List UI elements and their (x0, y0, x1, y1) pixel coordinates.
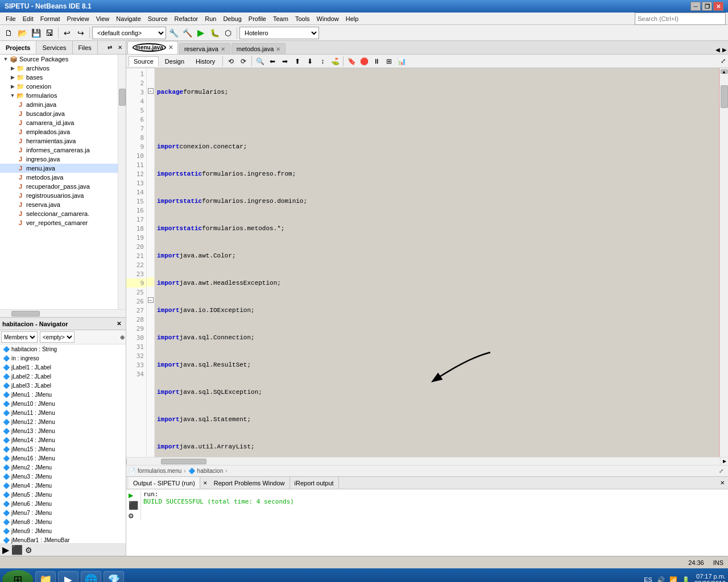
tree-hscrollbar[interactable] (0, 309, 126, 317)
tree-file-recuperador[interactable]: Jrecuperador_pass.java (0, 182, 118, 191)
nav-item-jmenubar1[interactable]: 🔷jMenuBar1 : JMenuBar (0, 535, 126, 543)
tree-file-menu[interactable]: Jmenu.java (0, 164, 118, 173)
menu-source[interactable]: Source (144, 14, 171, 23)
properties-button[interactable]: 🔧 (167, 27, 180, 39)
scrollbar-thumb[interactable] (721, 85, 728, 108)
nav-item-jmenu3[interactable]: 🔷jMenu3 : JMenu (0, 472, 126, 481)
minimize-button[interactable]: ─ (690, 2, 701, 11)
output-stop-btn[interactable]: ⬛ (129, 501, 138, 510)
nav-item-habitacion[interactable]: 🔷habitacion : String (0, 344, 126, 354)
debug-button[interactable]: 🐛 (208, 27, 221, 39)
tab-ireport[interactable]: iReport output (290, 477, 339, 489)
tree-file-seleccionar[interactable]: Jseleccionar_camarera. (0, 209, 118, 218)
editor-toolbar-expand[interactable]: ⤢ (721, 57, 726, 65)
tree-file-admin[interactable]: Jadmin.java (0, 100, 118, 109)
nav-stop-icon[interactable]: ⬛ (11, 544, 23, 555)
start-button[interactable]: ⊞ (2, 570, 33, 582)
taskbar-media-btn[interactable]: ▶ (58, 571, 78, 582)
editor-toolbar-btn-7[interactable]: ⬇ (304, 56, 316, 67)
nav-item-jmenu2[interactable]: 🔷jMenu2 : JMenu (0, 463, 126, 472)
nav-item-jmenu8[interactable]: 🔷jMenu8 : JMenu (0, 517, 126, 526)
breadcrumb-habitacion[interactable]: habitacion (197, 468, 224, 474)
nav-item-jlabel3[interactable]: 🔷jLabel3 : JLabel (0, 381, 126, 390)
nav-item-jmenu4[interactable]: 🔷jMenu4 : JMenu (0, 481, 126, 490)
tree-file-informes[interactable]: Jinformes_camareras.ja (0, 146, 118, 155)
editor-toolbar-btn-9[interactable]: ⛳ (329, 56, 341, 67)
tab-metodos-java[interactable]: metodos.java ✕ (231, 43, 286, 54)
tree-source-packages[interactable]: ▼ 📦 Source Packages (0, 55, 118, 64)
tab-close-metodos[interactable]: ✕ (276, 46, 280, 52)
source-tab-history[interactable]: History (191, 56, 220, 66)
tree-file-camarera[interactable]: Jcamarera_id.java (0, 118, 118, 127)
config-dropdown[interactable]: <default config> (92, 27, 166, 39)
tree-folder-conexion[interactable]: ▶ 📁 conexion (0, 82, 118, 91)
tab-reserva-java[interactable]: reserva.java ✕ (179, 43, 230, 54)
editor-toolbar-btn-3[interactable]: 🔍 (254, 56, 266, 67)
nav-icon-btn-1[interactable]: ⊕ (120, 334, 125, 340)
menu-profile[interactable]: Profile (245, 14, 270, 23)
fold-26[interactable]: − (147, 296, 154, 305)
tree-folder-bases[interactable]: ▶ 📁 bases (0, 73, 118, 82)
menu-edit[interactable]: Edit (19, 14, 37, 23)
restore-button[interactable]: ❐ (702, 2, 712, 11)
output-tab-close[interactable]: ✕ (201, 479, 209, 487)
menu-tools[interactable]: Tools (292, 14, 313, 23)
tree-file-empleados[interactable]: Jempleados.java (0, 127, 118, 136)
nav-item-jmenu16[interactable]: 🔷jMenu16 : JMenu (0, 454, 126, 463)
bottom-panel-close-btn[interactable]: ✕ (719, 479, 728, 488)
output-run-btn[interactable]: ▶ (129, 490, 138, 500)
open-button[interactable]: 📂 (16, 27, 28, 39)
nav-close-button[interactable]: ✕ (114, 319, 123, 329)
menu-help[interactable]: Help (342, 14, 362, 23)
tree-folder-archivos[interactable]: ▶ 📁 archivos (0, 64, 118, 73)
breadcrumb-expand-btn[interactable]: ⤢ (717, 467, 726, 475)
nav-build-icon[interactable]: ⚙ (25, 546, 32, 555)
tree-file-ingreso[interactable]: Jingreso.java (0, 155, 118, 164)
nav-item-jlabel2[interactable]: 🔷jLabel2 : JLabel (0, 372, 126, 381)
menu-preview[interactable]: Preview (64, 14, 93, 23)
editor-toolbar-btn-6[interactable]: ⬆ (292, 56, 303, 67)
editor-toolbar-btn-8[interactable]: ↕ (317, 56, 328, 67)
tree-file-reserva[interactable]: Jreserva.java (0, 200, 118, 209)
back-button[interactable]: ↩ (61, 27, 73, 39)
run-button[interactable]: ▶ (195, 27, 207, 39)
tab-close-reserva[interactable]: ✕ (221, 46, 225, 52)
nav-item-jmenu13[interactable]: 🔷jMenu13 : JMenu (0, 426, 126, 435)
menu-file[interactable]: File (2, 14, 19, 23)
taskbar-app-btn[interactable]: 💎 (104, 571, 124, 582)
menu-debug[interactable]: Debug (220, 14, 245, 23)
tab-arrow-left[interactable]: ◀ (714, 45, 721, 54)
tree-file-registros[interactable]: Jregistrousuarios.java (0, 191, 118, 200)
nav-item-jmenu1[interactable]: 🔷jMenu1 : JMenu (0, 390, 126, 399)
nav-item-jmenu11[interactable]: 🔷jMenu11 : JMenu (0, 408, 126, 417)
close-button[interactable]: ✕ (713, 2, 723, 11)
tab-files[interactable]: Files (73, 41, 98, 54)
editor-toolbar-btn-4[interactable]: ⬅ (267, 56, 278, 67)
build-button[interactable]: 🔨 (181, 27, 193, 39)
menu-view[interactable]: View (93, 14, 113, 23)
editor-toolbar-grid[interactable]: ⊞ (383, 56, 395, 67)
editor-hscrollbar[interactable]: ▶ (126, 457, 728, 465)
tree-file-metodos[interactable]: Jmetodos.java (0, 173, 118, 182)
editor-bookmark-btn[interactable]: 🔖 (346, 56, 357, 67)
nav-item-jmenu10[interactable]: 🔷jMenu10 : JMenu (0, 399, 126, 408)
editor-scrollbar-v[interactable]: ▲ (719, 68, 728, 457)
nav-item-jmenu7[interactable]: 🔷jMenu7 : JMenu (0, 508, 126, 517)
project-dropdown[interactable]: Hotelero (239, 27, 319, 39)
taskbar-browser-btn[interactable]: 🌐 (81, 571, 101, 582)
menu-team[interactable]: Team (270, 14, 292, 23)
tab-projects[interactable]: Projects (0, 41, 36, 54)
nav-empty-dropdown[interactable]: <empty> (40, 331, 75, 343)
panel-sync-button[interactable]: ⇄ (105, 43, 114, 52)
tree-scrollbar[interactable] (118, 55, 126, 309)
editor-toolbar-btn-1[interactable]: ⟲ (225, 56, 237, 67)
nav-item-in[interactable]: 🔷in : ingreso (0, 354, 126, 363)
profile-button[interactable]: ⬡ (222, 27, 234, 39)
fold-3[interactable]: − (147, 86, 154, 95)
nav-item-jmenu14[interactable]: 🔷jMenu14 : JMenu (0, 435, 126, 444)
nav-item-jmenu5[interactable]: 🔷jMenu5 : JMenu (0, 490, 126, 499)
nav-item-jlabel1[interactable]: 🔷jLabel1 : JLabel (0, 363, 126, 372)
code-content[interactable]: package formularios; import conexion.con… (155, 68, 719, 457)
nav-play-icon[interactable]: ▶ (2, 544, 9, 555)
save-button[interactable]: 💾 (30, 27, 42, 39)
